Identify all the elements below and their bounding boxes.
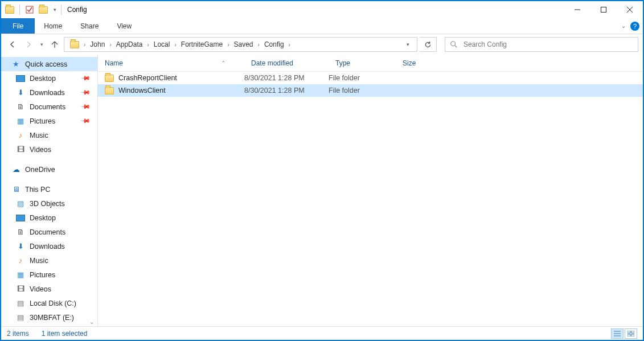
chevron-right-icon[interactable]: › bbox=[226, 42, 230, 48]
column-name[interactable]: Name ⌃ bbox=[98, 55, 244, 71]
quick-access[interactable]: ★ Quick access bbox=[1, 57, 97, 71]
sidebar-item-downloads[interactable]: ⬇ Downloads bbox=[1, 239, 97, 253]
breadcrumb-item[interactable]: Local bbox=[150, 38, 174, 51]
separator bbox=[61, 5, 61, 15]
sidebar-item-documents[interactable]: 🗎 Documents 📌 bbox=[1, 100, 97, 114]
onedrive[interactable]: ☁ OneDrive bbox=[1, 162, 97, 176]
minimize-button[interactable] bbox=[564, 1, 590, 18]
breadcrumb-item[interactable]: FortniteGame bbox=[178, 38, 226, 51]
column-date-modified[interactable]: Date modified bbox=[244, 55, 329, 71]
breadcrumb-item[interactable]: AppData bbox=[113, 38, 146, 51]
music-icon: ♪ bbox=[16, 256, 25, 265]
up-button[interactable] bbox=[48, 38, 61, 51]
help-icon[interactable]: ? bbox=[630, 22, 639, 31]
chevron-right-icon[interactable]: › bbox=[83, 42, 87, 48]
videos-icon: 🎞 bbox=[16, 145, 25, 154]
quick-access-toolbar: ▾ bbox=[3, 3, 59, 16]
documents-icon: 🗎 bbox=[16, 228, 25, 237]
tab-home[interactable]: Home bbox=[35, 18, 71, 34]
column-type[interactable]: Type bbox=[329, 55, 396, 71]
downloads-icon: ⬇ bbox=[16, 242, 25, 251]
navigation-pane[interactable]: ⌃⌄ ★ Quick access Desktop 📌 ⬇ Downloads … bbox=[1, 55, 98, 326]
column-headers: Name ⌃ Date modified Type Size bbox=[98, 55, 643, 72]
svg-rect-12 bbox=[627, 334, 630, 336]
folder-icon bbox=[105, 75, 114, 82]
window-title: Config bbox=[67, 6, 87, 14]
sidebar-item-label: 3D Objects bbox=[30, 200, 65, 208]
sidebar-item-pictures[interactable]: ▦ Pictures 📌 bbox=[1, 114, 97, 128]
status-item-count: 2 items bbox=[7, 330, 29, 338]
properties-icon[interactable] bbox=[23, 3, 36, 16]
breadcrumb-item[interactable]: Config bbox=[261, 38, 288, 51]
pc-icon: 🖥 bbox=[11, 185, 20, 194]
cloud-icon: ☁ bbox=[11, 165, 20, 174]
sidebar-item-drive[interactable]: ▤ 30MBFAT (E:) bbox=[1, 310, 97, 324]
large-icons-view-button[interactable] bbox=[625, 328, 637, 339]
svg-rect-13 bbox=[631, 334, 634, 336]
chevron-right-icon[interactable]: › bbox=[173, 42, 177, 48]
refresh-button[interactable] bbox=[420, 37, 437, 52]
chevron-right-icon[interactable]: › bbox=[108, 42, 112, 48]
file-type: File folder bbox=[329, 74, 396, 82]
this-pc[interactable]: 🖥 This PC bbox=[1, 182, 97, 196]
column-size[interactable]: Size bbox=[396, 55, 438, 71]
maximize-button[interactable] bbox=[590, 1, 617, 18]
sidebar-item-music[interactable]: ♪ Music bbox=[1, 253, 97, 268]
sidebar-item-videos[interactable]: 🎞 Videos bbox=[1, 142, 97, 157]
ribbon-expand-icon[interactable]: ⌄ bbox=[621, 23, 626, 29]
file-name: CrashReportClient bbox=[118, 74, 177, 82]
content-area: Name ⌃ Date modified Type Size CrashRepo… bbox=[98, 55, 643, 326]
sidebar-item-label: Downloads bbox=[30, 243, 65, 250]
sidebar-item-label: OneDrive bbox=[25, 166, 55, 174]
back-button[interactable] bbox=[6, 38, 19, 51]
breadcrumb-item[interactable]: John bbox=[87, 38, 108, 51]
address-bar[interactable]: › John › AppData › Local › FortniteGame … bbox=[64, 37, 417, 52]
tab-view[interactable]: View bbox=[108, 18, 141, 34]
recent-locations-button[interactable]: ▾ bbox=[38, 38, 46, 51]
quick-access-label: Quick access bbox=[25, 60, 67, 68]
forward-button[interactable] bbox=[22, 38, 35, 51]
chevron-right-icon[interactable]: › bbox=[288, 42, 292, 48]
column-label: Name bbox=[105, 59, 123, 67]
sidebar-item-documents[interactable]: 🗎 Documents bbox=[1, 225, 97, 239]
sidebar-item-desktop[interactable]: Desktop 📌 bbox=[1, 71, 97, 85]
sidebar-item-music[interactable]: ♪ Music bbox=[1, 128, 97, 142]
separator bbox=[19, 5, 20, 15]
table-row[interactable]: WindowsClient 8/30/2021 1:28 PM File fol… bbox=[98, 84, 643, 97]
ribbon: File Home Share View ⌄ ? bbox=[1, 18, 643, 34]
chevron-right-icon[interactable]: › bbox=[257, 42, 261, 48]
svg-rect-0 bbox=[26, 6, 33, 13]
file-date: 8/30/2021 1:28 PM bbox=[244, 74, 329, 82]
breadcrumb-item[interactable]: Saved bbox=[231, 38, 257, 51]
sort-caret-icon: ⌃ bbox=[221, 60, 225, 65]
file-tab[interactable]: File bbox=[1, 18, 35, 34]
file-list[interactable]: CrashReportClient 8/30/2021 1:28 PM File… bbox=[98, 72, 643, 326]
sidebar-item-label: 30MBFAT (E:) bbox=[30, 314, 74, 322]
search-box[interactable]: Search Config bbox=[445, 37, 638, 52]
window-controls bbox=[564, 1, 643, 18]
svg-rect-11 bbox=[631, 331, 634, 333]
sidebar-item-local-disk[interactable]: ▤ Local Disk (C:) bbox=[1, 296, 97, 310]
pictures-icon: ▦ bbox=[16, 270, 25, 280]
close-button[interactable] bbox=[617, 1, 643, 18]
sidebar-item-label: Desktop bbox=[30, 75, 56, 83]
sidebar-item-videos[interactable]: 🎞 Videos bbox=[1, 282, 97, 296]
sidebar-item-label: Music bbox=[30, 132, 48, 139]
sidebar-item-label: Music bbox=[30, 257, 48, 265]
chevron-right-icon[interactable]: › bbox=[146, 42, 150, 48]
qat-dropdown-icon[interactable]: ▾ bbox=[51, 3, 59, 16]
address-dropdown-button[interactable]: ▾ bbox=[401, 42, 415, 47]
sidebar-item-pictures[interactable]: ▦ Pictures bbox=[1, 268, 97, 282]
file-type: File folder bbox=[329, 87, 396, 95]
table-row[interactable]: CrashReportClient 8/30/2021 1:28 PM File… bbox=[98, 72, 643, 84]
sidebar-item-downloads[interactable]: ⬇ Downloads 📌 bbox=[1, 85, 97, 100]
sidebar-item-label: Downloads bbox=[30, 89, 65, 97]
breadcrumb-root-icon[interactable] bbox=[67, 38, 83, 51]
tab-share[interactable]: Share bbox=[71, 18, 108, 34]
new-folder-icon[interactable] bbox=[37, 3, 50, 16]
folder-icon[interactable] bbox=[3, 3, 16, 16]
sidebar-item-desktop[interactable]: Desktop bbox=[1, 211, 97, 225]
sidebar-item-3d-objects[interactable]: ▨ 3D Objects bbox=[1, 196, 97, 211]
folder-icon bbox=[105, 87, 114, 95]
details-view-button[interactable] bbox=[611, 328, 624, 339]
